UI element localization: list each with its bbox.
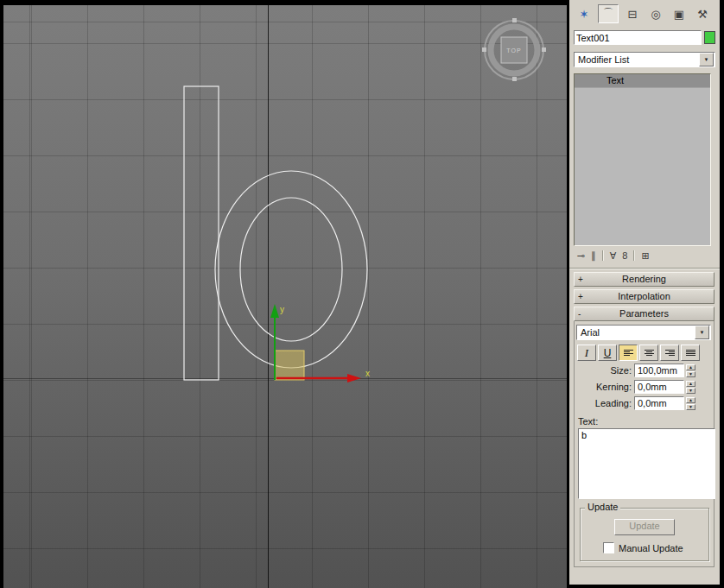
kerning-input[interactable]: 0,0mm bbox=[634, 380, 684, 394]
spinner-down-icon[interactable]: ▼ bbox=[686, 404, 695, 410]
motion-icon: ◎ bbox=[651, 8, 660, 21]
modify-icon: ⌒ bbox=[603, 6, 614, 22]
size-spinner: ▲ ▼ bbox=[686, 364, 695, 377]
make-unique-icon[interactable]: ∀ bbox=[610, 250, 617, 261]
leading-spinner: ▲ ▼ bbox=[686, 397, 695, 410]
spinner-down-icon[interactable]: ▼ bbox=[686, 388, 695, 394]
tab-hierarchy[interactable]: ⊟ bbox=[623, 5, 642, 22]
leading-row: Leading: 0,0mm ▲ ▼ bbox=[575, 396, 714, 410]
spinner-up-icon[interactable]: ▲ bbox=[686, 364, 695, 370]
hierarchy-icon: ⊟ bbox=[628, 8, 638, 21]
gizmo-y-label: y bbox=[280, 305, 284, 314]
toolbar-separator bbox=[602, 250, 604, 261]
tab-display[interactable]: ▣ bbox=[670, 5, 689, 22]
kerning-label: Kerning: bbox=[575, 382, 634, 392]
remove-modifier-icon[interactable]: 8 bbox=[622, 250, 627, 261]
align-center-icon bbox=[644, 348, 655, 357]
underline-icon: U bbox=[604, 347, 612, 359]
rollout-parameters-label: Parameters bbox=[619, 308, 669, 319]
modifier-stack[interactable]: Text bbox=[574, 73, 711, 246]
italic-icon: I bbox=[585, 346, 588, 360]
align-right-button[interactable] bbox=[660, 345, 679, 361]
tab-modify[interactable]: ⌒ bbox=[598, 4, 619, 23]
object-name-row bbox=[574, 30, 715, 45]
gizmo-x-arrowhead bbox=[347, 374, 361, 383]
viewcube-compass[interactable]: TOP bbox=[482, 18, 546, 81]
shape-stem bbox=[184, 86, 219, 380]
size-row: Size: 100,0mm ▲ ▼ bbox=[575, 364, 714, 377]
modifier-stack-toolbar: ⊸ ∥ ∀ 8 ⊞ bbox=[569, 246, 720, 262]
rollout-parameters[interactable]: - Parameters bbox=[574, 307, 714, 321]
object-color-swatch[interactable] bbox=[704, 31, 715, 44]
object-name-input[interactable] bbox=[574, 30, 702, 45]
spinner-up-icon[interactable]: ▲ bbox=[686, 381, 695, 387]
compass-handle-bottom[interactable] bbox=[512, 77, 517, 81]
top-viewport[interactable]: y x TOP bbox=[3, 5, 567, 588]
align-right-icon bbox=[664, 348, 676, 357]
viewport-overlay: y x TOP bbox=[3, 5, 567, 588]
align-center-button[interactable] bbox=[639, 345, 658, 361]
font-dropdown[interactable]: Arial ▼ bbox=[576, 325, 711, 340]
gizmo-xy-plane-handle[interactable] bbox=[275, 351, 304, 380]
update-button[interactable]: Update bbox=[614, 519, 675, 535]
show-end-result-icon[interactable]: ∥ bbox=[591, 250, 596, 261]
manual-update-row: Manual Update bbox=[603, 542, 708, 553]
view-label: TOP bbox=[506, 47, 521, 54]
toolbar-separator bbox=[633, 250, 635, 261]
collapse-icon: - bbox=[578, 307, 581, 320]
compass-handle-right[interactable] bbox=[542, 47, 546, 52]
tab-utilities[interactable]: ⚒ bbox=[693, 5, 712, 22]
italic-button[interactable]: I bbox=[577, 345, 596, 361]
shape-bowl-inner bbox=[240, 198, 342, 341]
command-panel: ✶ ⌒ ⊟ ◎ ▣ ⚒ Modifier List ▼ Text ⊸ ∥ ∀ 8 bbox=[569, 0, 720, 585]
display-icon: ▣ bbox=[674, 8, 684, 21]
text-entry-area[interactable]: b bbox=[578, 428, 715, 499]
rollout-interpolation-label: Interpolation bbox=[618, 291, 670, 301]
spinner-up-icon[interactable]: ▲ bbox=[686, 397, 695, 403]
size-label: Size: bbox=[575, 365, 634, 376]
dropdown-arrow-icon[interactable]: ▼ bbox=[695, 326, 709, 339]
align-left-icon bbox=[623, 348, 634, 357]
justify-icon bbox=[685, 348, 696, 357]
shape-bowl-outer bbox=[215, 171, 367, 368]
transform-gizmo[interactable]: y x bbox=[270, 304, 370, 383]
tab-motion[interactable]: ◎ bbox=[646, 5, 665, 22]
pin-stack-icon[interactable]: ⊸ bbox=[577, 250, 585, 261]
gizmo-y-arrowhead bbox=[270, 304, 279, 318]
size-input[interactable]: 100,0mm bbox=[634, 364, 684, 377]
stack-item-text[interactable]: Text bbox=[575, 74, 710, 88]
rollout-rendering-label: Rendering bbox=[622, 274, 666, 284]
create-icon: ✶ bbox=[580, 8, 589, 21]
rollout-rendering[interactable]: + Rendering bbox=[574, 272, 714, 287]
compass-handle-top[interactable] bbox=[512, 18, 517, 22]
spinner-down-icon[interactable]: ▼ bbox=[686, 371, 695, 377]
manual-update-checkbox[interactable] bbox=[603, 542, 614, 553]
rollout-interpolation[interactable]: + Interpolation bbox=[574, 289, 714, 304]
command-panel-tabs: ✶ ⌒ ⊟ ◎ ▣ ⚒ bbox=[569, 0, 720, 26]
application-window: y x TOP ✶ ⌒ ⊟ ◎ ▣ ⚒ bbox=[0, 0, 724, 588]
update-group: Update Update Manual Update bbox=[580, 508, 709, 561]
kerning-row: Kerning: 0,0mm ▲ ▼ bbox=[575, 380, 714, 394]
font-name: Arial bbox=[577, 327, 695, 338]
utilities-icon: ⚒ bbox=[697, 8, 708, 21]
modifier-list-dropdown[interactable]: Modifier List ▼ bbox=[574, 52, 715, 67]
update-group-label: Update bbox=[585, 502, 620, 512]
compass-handle-left[interactable] bbox=[482, 47, 486, 52]
modifier-list-label: Modifier List bbox=[575, 54, 699, 65]
tab-create[interactable]: ✶ bbox=[575, 5, 594, 22]
expand-icon: + bbox=[578, 273, 583, 286]
configure-modifier-sets-icon[interactable]: ⊞ bbox=[641, 250, 649, 261]
dropdown-arrow-icon[interactable]: ▼ bbox=[699, 53, 714, 66]
expand-icon: + bbox=[578, 290, 583, 303]
underline-button[interactable]: U bbox=[598, 345, 617, 361]
panel-divider bbox=[569, 268, 720, 269]
manual-update-label: Manual Update bbox=[619, 543, 683, 553]
gizmo-x-label: x bbox=[365, 369, 370, 378]
leading-label: Leading: bbox=[575, 398, 634, 408]
font-style-buttons: I U bbox=[577, 345, 712, 361]
leading-input[interactable]: 0,0mm bbox=[634, 396, 684, 410]
justify-button[interactable] bbox=[681, 345, 700, 361]
kerning-spinner: ▲ ▼ bbox=[686, 381, 695, 394]
parameters-rollout-body: Arial ▼ I U bbox=[574, 321, 714, 567]
align-left-button[interactable] bbox=[619, 345, 638, 361]
